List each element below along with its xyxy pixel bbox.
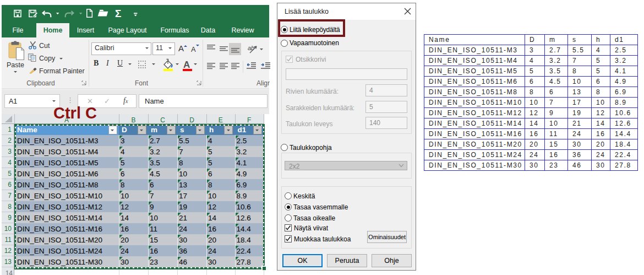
svg-text:Σ: Σ: [115, 8, 121, 19]
